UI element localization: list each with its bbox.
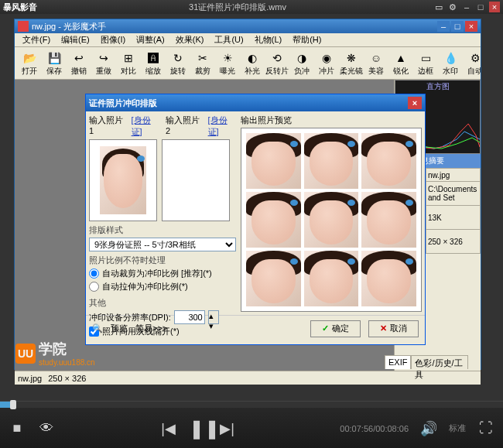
- menu-edit[interactable]: 编辑(E): [56, 34, 94, 46]
- progress-thumb[interactable]: [10, 400, 16, 409]
- watermark-url: study.uuu188.cn: [39, 358, 95, 367]
- histogram-title: 直方图: [395, 80, 480, 93]
- app-statusbar: nw.jpg 250 × 326: [15, 371, 481, 385]
- app-maximize-icon[interactable]: □: [451, 21, 464, 32]
- tool-label: 曝光: [220, 66, 235, 77]
- menu-effect[interactable]: 效果(K): [171, 34, 209, 46]
- tool-icon: ↩: [71, 50, 87, 66]
- tool-label: 撤销: [71, 66, 87, 77]
- ok-button[interactable]: ✓确定: [310, 320, 361, 337]
- output-cell: [361, 133, 416, 189]
- dpi-spinner[interactable]: ▴▾: [208, 310, 219, 324]
- tool-重做[interactable]: ↪重做: [92, 49, 115, 78]
- tool-label: 打开: [22, 66, 37, 77]
- layout-select[interactable]: 9张身份证照 -- 5寸/3R相纸: [89, 238, 236, 251]
- tool-旋转[interactable]: ↻旋转: [166, 49, 190, 78]
- fullscreen-icon[interactable]: ⛶: [477, 420, 495, 436]
- preview-link[interactable]: 预览: [111, 323, 128, 334]
- menu-image[interactable]: 图像(I): [96, 34, 130, 46]
- player-window-controls: ▭ ⚙ – □ ×: [433, 2, 500, 12]
- bottom-tabs: EXIF 色彩/历史/工具: [385, 355, 468, 369]
- tool-裁剪[interactable]: ✂裁剪: [191, 49, 214, 78]
- output-cell: [304, 192, 359, 248]
- app-toolbar: 📂打开💾保存↩撤销↪重做⊞对比🅰缩放↻旋转✂裁剪☀曝光◐补光⟲反转片◑负冲◉冲片…: [15, 47, 481, 80]
- menu-help[interactable]: 帮助(H): [288, 34, 326, 46]
- chat-icon[interactable]: ▭: [433, 2, 444, 12]
- ratio-stretch-radio[interactable]: [89, 282, 99, 292]
- settings-icon[interactable]: ⚙: [447, 2, 458, 12]
- status-filename: nw.jpg: [18, 374, 42, 383]
- dialog-titlebar[interactable]: 证件照片冲印排版 ×: [86, 94, 425, 111]
- minimize-icon[interactable]: –: [461, 2, 472, 12]
- tool-反转片[interactable]: ⟲反转片: [265, 49, 289, 78]
- volume-icon[interactable]: 🔊: [419, 420, 438, 437]
- pause-button[interactable]: ❚❚: [189, 418, 207, 439]
- tool-撤销[interactable]: ↩撤销: [67, 49, 91, 78]
- tool-曝光[interactable]: ☀曝光: [216, 49, 239, 78]
- menu-adjust[interactable]: 调整(A): [132, 34, 169, 46]
- tool-icon: ❋: [344, 50, 359, 66]
- tool-icon: ⟲: [269, 50, 285, 66]
- dpi-label: 冲印设备分辨率(DPI):: [89, 312, 171, 323]
- tab-exif[interactable]: EXIF: [385, 355, 411, 369]
- input-photo-2[interactable]: [162, 139, 230, 221]
- tool-icon: 🅰: [145, 50, 161, 66]
- menu-gift[interactable]: 礼物(L): [250, 34, 286, 46]
- stop-button[interactable]: ■: [8, 420, 26, 436]
- output-cell: [361, 251, 416, 306]
- tool-冲片[interactable]: ◉冲片: [315, 49, 338, 78]
- dialog-close-icon[interactable]: ×: [408, 97, 422, 109]
- input-photo-1[interactable]: [89, 139, 157, 221]
- input1-id-link[interactable]: [身份证]: [132, 115, 159, 138]
- tab-color[interactable]: 色彩/历史/工具: [411, 355, 468, 369]
- eye-icon[interactable]: 👁: [37, 420, 56, 436]
- tool-保存[interactable]: 💾保存: [43, 49, 66, 78]
- input2-id-link[interactable]: [身份证]: [208, 115, 236, 138]
- fileinfo-val-name: nw.jpg: [426, 169, 481, 182]
- fileinfo-val-filesize: 13K: [426, 206, 481, 230]
- dpi-input[interactable]: [174, 310, 205, 324]
- cancel-button[interactable]: ✕取消: [368, 320, 419, 337]
- tool-补光[interactable]: ◐补光: [241, 49, 264, 78]
- tool-icon: ⊞: [121, 50, 136, 66]
- ratio-crop-radio[interactable]: [89, 268, 99, 279]
- watermark: UU 学院 study.uuu188.cn: [15, 340, 95, 367]
- progress-bar[interactable]: [0, 402, 503, 408]
- output-cell: [246, 251, 301, 306]
- next-button[interactable]: ▶|: [218, 420, 237, 437]
- output-cell: [304, 251, 359, 306]
- ratio-label: 照片比例不符时处理: [89, 255, 236, 266]
- tool-水印[interactable]: 💧水印: [439, 49, 462, 78]
- tool-负冲[interactable]: ◑负冲: [290, 49, 313, 78]
- tool-label: 边框: [418, 66, 433, 77]
- easy-link[interactable]: 简易>>>: [135, 323, 167, 334]
- maximize-icon[interactable]: □: [475, 2, 486, 12]
- dialog-title: 证件照片冲印排版: [89, 97, 408, 109]
- tool-自动[interactable]: ⚙自动: [464, 49, 481, 78]
- tool-打开[interactable]: 📂打开: [18, 49, 41, 78]
- tool-label: 重做: [96, 66, 111, 77]
- other-label: 其他: [89, 297, 236, 309]
- tool-icon: ✂: [195, 50, 210, 66]
- tool-label: 对比: [121, 66, 136, 77]
- tool-缩放[interactable]: 🅰缩放: [142, 49, 165, 78]
- menu-file[interactable]: 文件(F): [18, 34, 55, 46]
- menu-tool[interactable]: 工具(U): [210, 34, 248, 46]
- tool-柔光镜[interactable]: ❋柔光镜: [340, 49, 363, 78]
- tool-label: 裁剪: [195, 66, 210, 77]
- tool-边框[interactable]: ▭边框: [414, 49, 437, 78]
- player-controls: ■ 👁 |◀ ❚❚ ▶| 00:07:56/00:08:06 🔊 标准 ⛶: [0, 401, 503, 448]
- tool-icon: ▭: [418, 50, 433, 66]
- prev-button[interactable]: |◀: [159, 420, 178, 437]
- tool-icon: ↻: [170, 50, 186, 66]
- tool-对比[interactable]: ⊞对比: [117, 49, 140, 78]
- tool-美容[interactable]: ☺美容: [364, 49, 388, 78]
- app-close-icon[interactable]: ×: [465, 21, 477, 32]
- close-icon[interactable]: ×: [489, 2, 500, 12]
- watermark-name: 学院: [39, 340, 95, 358]
- fileinfo-val-imgsize: 250 × 326: [426, 230, 481, 254]
- speed-label[interactable]: 标准: [449, 422, 466, 434]
- player-logo: 暴风影音: [3, 2, 37, 13]
- tool-锐化[interactable]: ▲锐化: [389, 49, 412, 78]
- app-minimize-icon[interactable]: –: [437, 21, 450, 32]
